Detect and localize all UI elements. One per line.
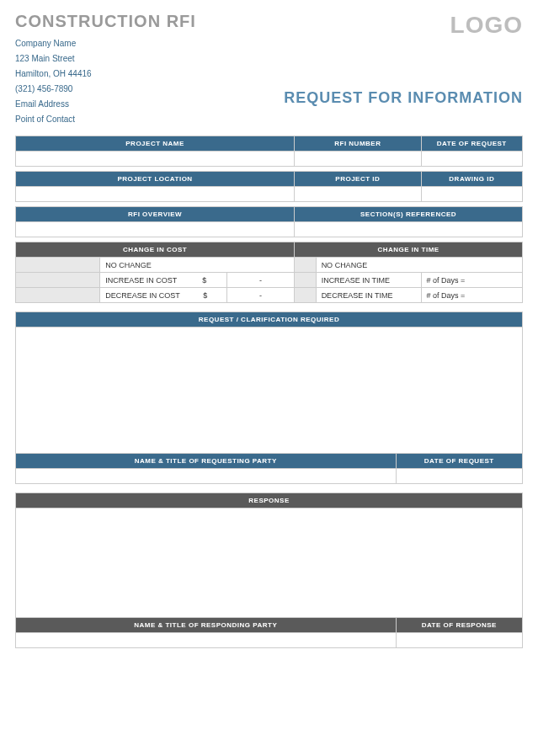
checkbox-decrease-cost[interactable] bbox=[16, 288, 100, 303]
checkbox-increase-time[interactable] bbox=[295, 273, 317, 288]
checkbox-increase-cost[interactable] bbox=[16, 273, 100, 288]
label-no-change-cost: NO CHANGE bbox=[100, 258, 295, 273]
checkbox-no-change-cost[interactable] bbox=[16, 258, 100, 273]
header-date-response: DATE OF RESPONSE bbox=[396, 618, 523, 633]
header-requesting-party: NAME & TITLE OF REQUESTING PARTY bbox=[16, 454, 397, 469]
company-city: Hamilton, OH 44416 bbox=[15, 67, 196, 82]
document-title: CONSTRUCTION RFI bbox=[15, 12, 196, 31]
company-email: Email Address bbox=[15, 97, 196, 112]
header-date-request-2: DATE OF REQUEST bbox=[396, 454, 523, 469]
input-drawing-id[interactable] bbox=[421, 187, 522, 202]
checkbox-no-change-time[interactable] bbox=[295, 258, 317, 273]
input-decrease-time-days[interactable]: # of Days = bbox=[421, 288, 522, 303]
logo-placeholder: LOGO bbox=[284, 12, 523, 39]
label-decrease-time: DECREASE IN TIME bbox=[316, 288, 421, 303]
response-table: RESPONSE NAME & TITLE OF RESPONDING PART… bbox=[15, 492, 523, 648]
input-response[interactable] bbox=[16, 508, 523, 618]
input-decrease-cost-amount[interactable]: - bbox=[226, 288, 294, 303]
header-sections-ref: SECTION(S) REFERENCED bbox=[295, 207, 523, 222]
header-date-request: DATE OF REQUEST bbox=[421, 136, 522, 152]
header-request-clarification: REQUEST / CLARIFICATION REQUIRED bbox=[16, 312, 523, 327]
input-project-name[interactable] bbox=[16, 152, 295, 167]
input-date-request[interactable] bbox=[421, 152, 522, 167]
input-project-id[interactable] bbox=[295, 187, 421, 202]
header-project-name: PROJECT NAME bbox=[16, 136, 295, 152]
input-date-request-2[interactable] bbox=[396, 469, 523, 484]
input-project-location[interactable] bbox=[16, 187, 295, 202]
input-date-response[interactable] bbox=[396, 633, 523, 648]
header-rfi-overview: RFI OVERVIEW bbox=[16, 207, 295, 222]
header-response: RESPONSE bbox=[16, 493, 523, 508]
label-increase-time: INCREASE IN TIME bbox=[316, 273, 421, 288]
company-name: Company Name bbox=[15, 36, 196, 51]
input-increase-time-days[interactable]: # of Days = bbox=[421, 273, 522, 288]
company-phone: (321) 456-7890 bbox=[15, 82, 196, 97]
header-change-time: CHANGE IN TIME bbox=[295, 242, 523, 258]
input-rfi-number[interactable] bbox=[295, 152, 421, 167]
company-info: Company Name 123 Main Street Hamilton, O… bbox=[15, 36, 196, 127]
input-requesting-party[interactable] bbox=[16, 469, 397, 484]
form-subtitle: REQUEST FOR INFORMATION bbox=[284, 89, 523, 107]
header-change-cost: CHANGE IN COST bbox=[16, 242, 295, 258]
input-sections-ref[interactable] bbox=[295, 222, 523, 237]
company-street: 123 Main Street bbox=[15, 51, 196, 67]
label-increase-cost: INCREASE IN COST $ bbox=[100, 273, 227, 288]
input-increase-cost-amount[interactable]: - bbox=[226, 273, 294, 288]
header-rfi-number: RFI NUMBER bbox=[295, 136, 421, 152]
label-decrease-cost: DECREASE IN COST $ bbox=[100, 288, 227, 303]
header-project-location: PROJECT LOCATION bbox=[16, 172, 295, 187]
input-request-clarification[interactable] bbox=[16, 327, 523, 454]
header-drawing-id: DRAWING ID bbox=[421, 172, 522, 187]
project-info-table: PROJECT NAME RFI NUMBER DATE OF REQUEST … bbox=[15, 136, 523, 303]
input-rfi-overview[interactable] bbox=[16, 222, 295, 237]
header-project-id: PROJECT ID bbox=[295, 172, 421, 187]
company-contact: Point of Contact bbox=[15, 112, 196, 127]
request-table: REQUEST / CLARIFICATION REQUIRED NAME & … bbox=[15, 311, 523, 484]
input-responding-party[interactable] bbox=[16, 633, 397, 648]
header-responding-party: NAME & TITLE OF RESPONDING PARTY bbox=[16, 618, 397, 633]
checkbox-decrease-time[interactable] bbox=[295, 288, 317, 303]
label-no-change-time: NO CHANGE bbox=[316, 258, 522, 273]
